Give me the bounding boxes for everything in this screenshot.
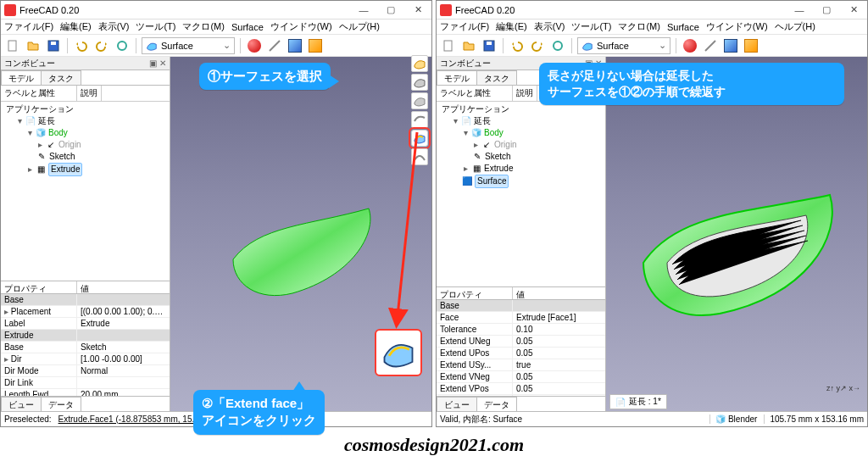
measure-icon[interactable]: [702, 37, 719, 54]
surface-model[interactable]: [208, 183, 394, 310]
refresh-icon[interactable]: [114, 37, 131, 54]
menu-help[interactable]: ヘルプ(H): [775, 20, 815, 33]
tab-data[interactable]: データ: [41, 397, 81, 411]
menu-surface[interactable]: Surface: [231, 22, 264, 32]
part-icon[interactable]: [722, 37, 739, 54]
svg-rect-6: [487, 42, 492, 45]
tree-header-label: ラベルと属性: [1, 86, 77, 101]
body-icon: 🧊: [471, 128, 481, 138]
app-logo-icon: [4, 4, 16, 16]
body-icon: 🧊: [36, 128, 46, 138]
save-file-icon[interactable]: [481, 37, 498, 54]
menu-surface[interactable]: Surface: [667, 22, 699, 32]
surface-curve-on-mesh-icon[interactable]: [411, 111, 428, 128]
redo-icon[interactable]: [529, 37, 546, 54]
property-panel[interactable]: Base FaceExtrude [Face1] Tolerance0.10 E…: [437, 300, 605, 397]
status-bar: Valid, 内部名: Surface 🧊 Blender 105.75 mm …: [437, 411, 867, 426]
open-file-icon[interactable]: [460, 37, 477, 54]
panel-close-icon[interactable]: ▣ ✕: [149, 58, 166, 68]
prop-header-value: 値: [77, 281, 92, 293]
window-title: FreeCAD 0.20: [19, 5, 350, 15]
extrude-icon: ▦: [471, 164, 481, 174]
workbench-label: Surface: [161, 41, 193, 51]
menu-window[interactable]: ウインドウ(W): [706, 20, 768, 33]
menu-edit[interactable]: 編集(E): [60, 20, 92, 33]
doc-icon: 📄: [615, 398, 626, 407]
tab-view[interactable]: ビュー: [437, 397, 477, 411]
workbench-selector[interactable]: Surface ⌄: [142, 37, 235, 54]
tab-model[interactable]: モデル: [1, 70, 42, 85]
undo-icon[interactable]: [509, 37, 526, 54]
menu-view[interactable]: 表示(V): [98, 20, 130, 33]
tab-model[interactable]: モデル: [437, 70, 477, 85]
record-macro-icon[interactable]: [246, 37, 263, 54]
menu-tools[interactable]: ツール(T): [571, 20, 611, 33]
minimize-button[interactable]: —: [350, 1, 377, 19]
measure-icon[interactable]: [266, 37, 283, 54]
menu-tools[interactable]: ツール(T): [136, 20, 175, 33]
group-icon[interactable]: [307, 37, 324, 54]
window-title: FreeCAD 0.20: [455, 5, 786, 15]
callout-click-extend-face: ②「Extend face」 アイコンをクリック: [193, 390, 325, 435]
combo-view-panel: コンボビュー▣ ✕ モデル タスク ラベルと属性 説明 アプリケーション ▾📄延…: [437, 57, 606, 411]
tab-task[interactable]: タスク: [476, 70, 517, 85]
tab-task[interactable]: タスク: [41, 70, 81, 85]
chevron-down-icon: ⌄: [659, 40, 666, 51]
close-button[interactable]: ✕: [404, 1, 431, 19]
nav-cube-axes-icon[interactable]: z↑ y↗ x→: [826, 384, 860, 392]
open-file-icon[interactable]: [25, 37, 42, 54]
nav-style-label[interactable]: Blender: [728, 414, 757, 424]
callout-select-surface: ①サーフェスを選択: [199, 63, 331, 90]
surface-sections-icon[interactable]: [411, 74, 428, 91]
titlebar: FreeCAD 0.20 — ▢ ✕: [1, 1, 431, 19]
model-tree[interactable]: アプリケーション ▾📄延長 ▾🧊Body ▸↙Origin ✎Sketch ▸▦…: [1, 102, 170, 178]
surface-node-icon: 🟦: [462, 176, 472, 186]
menu-view[interactable]: 表示(V): [534, 20, 565, 33]
surface-wb-icon: [146, 40, 158, 52]
svg-rect-4: [444, 41, 452, 51]
app-logo-icon: [440, 4, 452, 16]
close-button[interactable]: ✕: [840, 1, 867, 19]
svg-point-7: [554, 42, 562, 50]
maximize-button[interactable]: ▢: [813, 1, 840, 19]
surface-geomfill-icon[interactable]: [411, 92, 428, 109]
combo-view-panel: コンボビュー▣ ✕ モデル タスク ラベルと属性 説明 アプリケーション ▾📄延…: [1, 57, 170, 411]
save-file-icon[interactable]: [45, 37, 62, 54]
svg-point-3: [118, 42, 126, 50]
property-panel[interactable]: Base Placement[(0.00 0.00 1.00); 0.00 °;…: [1, 294, 170, 397]
part-icon[interactable]: [287, 37, 303, 54]
redo-icon[interactable]: [93, 37, 110, 54]
3d-viewport[interactable]: z↑ y↗ x→ 📄延長 : 1*: [606, 57, 867, 411]
mdi-tab[interactable]: 📄延長 : 1*: [609, 394, 667, 409]
tab-data[interactable]: データ: [476, 397, 517, 411]
maximize-button[interactable]: ▢: [377, 1, 404, 19]
tab-view[interactable]: ビュー: [1, 397, 42, 411]
undo-icon[interactable]: [73, 37, 90, 54]
menu-file[interactable]: ファイル(F): [440, 20, 489, 33]
new-file-icon[interactable]: [4, 37, 21, 54]
preselected-target: Extrude.Face1 (-18.875853 mm, 15...): [58, 414, 203, 424]
origin-icon: ↙: [481, 140, 492, 150]
menu-file[interactable]: ファイル(F): [4, 20, 53, 33]
menu-macro[interactable]: マクロ(M): [618, 20, 660, 33]
model-tree[interactable]: アプリケーション ▾📄延長 ▾🧊Body ▸↙Origin ✎Sketch ▸▦…: [437, 102, 605, 190]
surface-filling-icon[interactable]: [411, 55, 428, 72]
menu-help[interactable]: ヘルプ(H): [339, 20, 380, 33]
workbench-selector[interactable]: Surface ⌄: [577, 37, 670, 54]
tree-item-extrude[interactable]: Extrude: [48, 163, 82, 176]
menu-macro[interactable]: マクロ(M): [182, 20, 225, 33]
chevron-down-icon: ⌄: [223, 40, 231, 51]
record-macro-icon[interactable]: [682, 37, 698, 54]
prop-header-name: プロパティ: [1, 281, 77, 293]
sketch-icon: ✎: [472, 152, 482, 162]
titlebar: FreeCAD 0.20 — ▢ ✕: [437, 1, 867, 19]
tree-item-surface[interactable]: Surface: [475, 175, 509, 188]
refresh-icon[interactable]: [549, 37, 566, 54]
new-file-icon[interactable]: [440, 37, 457, 54]
menu-window[interactable]: ウインドウ(W): [270, 20, 332, 33]
group-icon[interactable]: [743, 37, 760, 54]
menu-edit[interactable]: 編集(E): [496, 20, 527, 33]
main-toolbar: Surface ⌄: [1, 35, 431, 57]
minimize-button[interactable]: —: [786, 1, 813, 19]
surface-model-extended[interactable]: [626, 170, 847, 331]
